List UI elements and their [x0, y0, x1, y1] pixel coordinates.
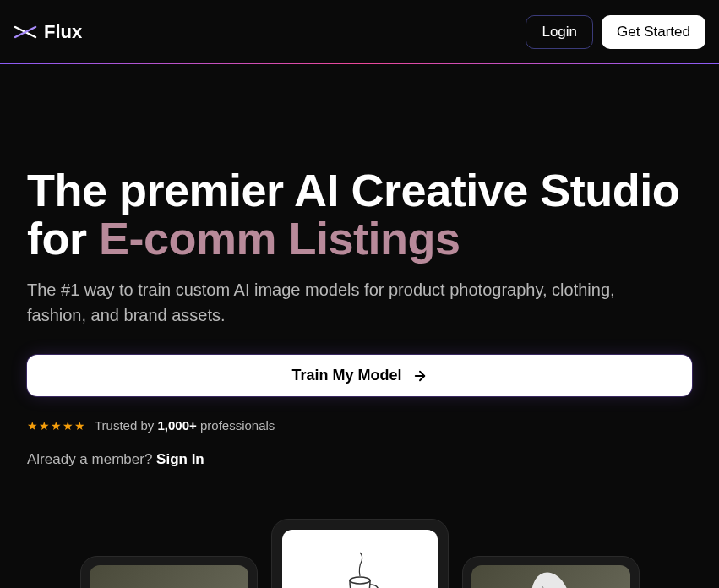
hero-section: The premier AI Creative Studio for E-com… — [0, 65, 719, 468]
logo-icon — [14, 20, 37, 44]
preview-cards — [0, 519, 719, 588]
preview-card-center — [271, 519, 449, 588]
get-started-button[interactable]: Get Started — [602, 15, 705, 49]
hero-title: The premier AI Creative Studio for E-com… — [27, 166, 692, 262]
preview-image-right — [471, 565, 630, 588]
cta-label: Train My Model — [291, 367, 401, 384]
arrow-right-icon — [412, 368, 428, 384]
trust-count: 1,000+ — [157, 418, 196, 433]
trust-suffix: professionals — [197, 418, 275, 433]
svg-point-3 — [526, 569, 575, 588]
logo[interactable]: Flux — [14, 20, 82, 44]
star-rating-icon: ★★★★★ — [27, 419, 86, 433]
trust-row: ★★★★★ Trusted by 1,000+ professionals — [27, 418, 692, 433]
login-button[interactable]: Login — [526, 15, 593, 49]
preview-card-right — [462, 556, 640, 588]
preview-image-left — [90, 565, 248, 588]
hero-subtitle: The #1 way to train custom AI image mode… — [27, 277, 669, 328]
train-model-button[interactable]: Train My Model — [27, 355, 692, 396]
nav-buttons: Login Get Started — [526, 15, 705, 49]
header: Flux Login Get Started — [0, 0, 719, 65]
member-prompt: Already a member? — [27, 451, 156, 467]
sign-in-link[interactable]: Sign In — [156, 451, 204, 467]
trust-prefix: Trusted by — [95, 418, 157, 433]
member-row: Already a member? Sign In — [27, 451, 692, 468]
svg-point-2 — [350, 577, 370, 584]
brand-name: Flux — [44, 21, 82, 43]
hero-title-highlight: E-comm Listings — [99, 213, 460, 264]
preview-card-left — [80, 556, 258, 588]
preview-image-center — [282, 530, 438, 588]
trust-text: Trusted by 1,000+ professionals — [95, 418, 275, 433]
